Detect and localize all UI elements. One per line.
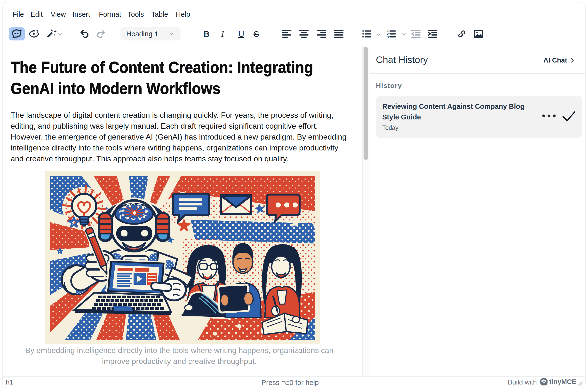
svg-text:3: 3 bbox=[387, 35, 389, 39]
